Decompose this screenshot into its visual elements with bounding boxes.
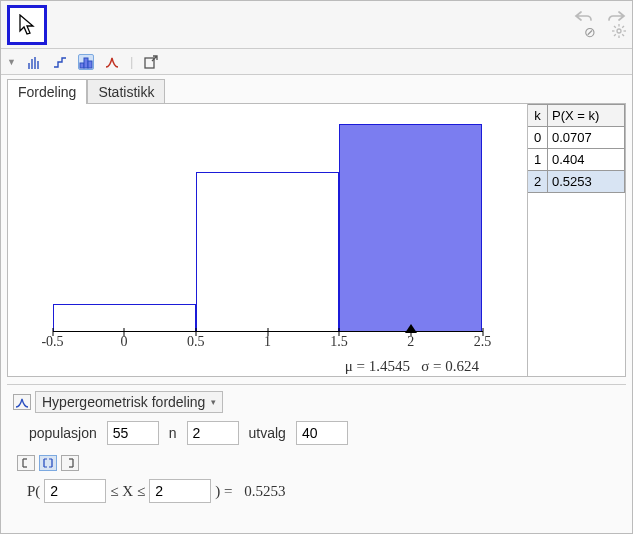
bar-chart: -0.5 0 0.5 1 1.5 2 2.5 (53, 122, 483, 332)
tick-label: -0.5 (41, 334, 63, 350)
tab-statistics[interactable]: Statistikk (87, 79, 165, 104)
chart-area: -0.5 0 0.5 1 1.5 2 2.5 μ = 1.4545 σ = 0.… (8, 104, 527, 376)
n-label: n (169, 425, 177, 441)
svg-line-5 (614, 26, 616, 28)
table-row[interactable]: 0 0.0707 (528, 127, 625, 149)
chart-panel: -0.5 0 0.5 1 1.5 2 2.5 μ = 1.4545 σ = 0.… (7, 103, 626, 377)
tick-label: 2 (407, 334, 414, 350)
interval-type-group (17, 455, 620, 471)
table-header: k P(X = k) (528, 104, 625, 127)
svg-line-8 (622, 26, 624, 28)
left-interval-icon[interactable] (61, 455, 79, 471)
bar-k2 (339, 124, 482, 332)
probability-calculator-window: ⊘ ▼ | Fordeling Statistikk (0, 0, 633, 534)
pointer-tool-button[interactable] (7, 5, 47, 45)
toolbar-dropdown-icon[interactable]: ▼ (7, 57, 16, 67)
sample-input[interactable] (296, 421, 348, 445)
tick-label: 0 (121, 334, 128, 350)
tick-label: 1 (264, 334, 271, 350)
population-input[interactable] (107, 421, 159, 445)
undo-icon[interactable] (574, 10, 592, 22)
normal-curve-icon[interactable] (104, 54, 120, 70)
n-input[interactable] (187, 421, 239, 445)
bar-k1 (196, 172, 339, 332)
tick-label: 1.5 (330, 334, 348, 350)
probability-table: k P(X = k) 0 0.0707 1 0.404 2 0.5253 (527, 104, 625, 376)
two-sided-interval-icon[interactable] (39, 455, 57, 471)
chevron-down-icon: ▾ (211, 397, 216, 407)
bars-icon[interactable] (26, 54, 42, 70)
lower-bound-input[interactable] (44, 479, 106, 503)
export-icon[interactable] (143, 54, 159, 70)
histogram-icon[interactable] (78, 54, 94, 70)
toolbar-right-group: ⊘ (574, 10, 626, 40)
tab-bar: Fordeling Statistikk (1, 75, 632, 104)
tick-label: 0.5 (187, 334, 205, 350)
interval-marker-icon[interactable] (405, 324, 417, 333)
cursor-icon (17, 14, 37, 36)
svg-rect-13 (80, 63, 84, 68)
tab-distribution[interactable]: Fordeling (7, 79, 87, 104)
svg-line-6 (622, 34, 624, 36)
right-interval-icon[interactable] (17, 455, 35, 471)
upper-bound-input[interactable] (149, 479, 211, 503)
table-row[interactable]: 2 0.5253 (528, 171, 625, 193)
summary-stats: μ = 1.4545 σ = 0.624 (16, 358, 519, 375)
settings-icon[interactable] (612, 24, 626, 40)
distribution-select[interactable]: Hypergeometrisk fordeling ▾ (35, 391, 223, 413)
main-toolbar: ⊘ (1, 1, 632, 49)
parameters-panel: Hypergeometrisk fordeling ▾ populasjon n… (7, 384, 626, 509)
secondary-toolbar: ▼ | (1, 49, 632, 75)
svg-rect-14 (84, 58, 88, 68)
table-row[interactable]: 1 0.404 (528, 149, 625, 171)
cumulative-toggle-icon[interactable] (13, 394, 31, 410)
probability-expression: P( ≤ X ≤ ) = 0.5253 (27, 479, 620, 503)
probability-result: 0.5253 (244, 483, 285, 500)
tick-label: 2.5 (474, 334, 492, 350)
help-icon[interactable]: ⊘ (584, 24, 596, 40)
svg-point-0 (617, 29, 621, 33)
svg-rect-15 (88, 61, 92, 68)
population-label: populasjon (29, 425, 97, 441)
step-icon[interactable] (52, 54, 68, 70)
svg-line-7 (614, 34, 616, 36)
redo-icon[interactable] (608, 10, 626, 22)
sample-label: utvalg (249, 425, 286, 441)
